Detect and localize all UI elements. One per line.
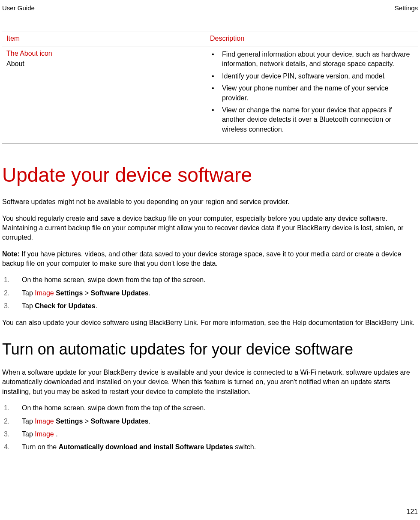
paragraph: Software updates might not be available … [2, 197, 418, 207]
check-for-updates-label: Check for Updates [35, 302, 95, 310]
note-text: If you have pictures, videos, and other … [2, 250, 401, 267]
page-header: User Guide Settings [2, 4, 418, 12]
software-updates-label: Software Updates [91, 418, 149, 425]
header-right: Settings [395, 4, 418, 12]
step-text: . [149, 289, 150, 297]
step-text: Tap [22, 302, 35, 310]
paragraph: You can also update your device software… [2, 318, 418, 328]
paragraph: When a software update for your BlackBer… [2, 368, 418, 397]
cell-description: Find general information about your devi… [210, 50, 414, 137]
image-placeholder-icon: Image [35, 430, 54, 438]
step-text: switch. [233, 443, 256, 451]
step-text: Tap [22, 418, 35, 425]
step-text: Turn on the [22, 443, 59, 451]
heading-update-software: Update your device software [2, 163, 418, 186]
step-item: Tap Image Settings > Software Updates. [2, 417, 418, 426]
about-icon-label: The About icon [6, 50, 210, 57]
page-number: 121 [406, 508, 418, 516]
auto-download-switch-label: Automatically download and install Softw… [59, 443, 233, 451]
column-header-item: Item [6, 35, 210, 42]
software-updates-label: Software Updates [91, 289, 149, 297]
step-item: Tap Image Settings > Software Updates. [2, 289, 418, 298]
step-item: On the home screen, swipe down from the … [2, 275, 418, 285]
column-header-description: Description [210, 35, 414, 42]
step-item: Tap Check for Updates. [2, 301, 418, 311]
step-text: . [149, 418, 150, 425]
header-left: User Guide [2, 4, 35, 12]
step-text: . [54, 430, 58, 438]
step-text: > [83, 289, 90, 297]
paragraph: You should regularly create and save a d… [2, 214, 418, 243]
item-description-table: Item Description The About icon About Fi… [2, 31, 418, 144]
steps-list: On the home screen, swipe down from the … [2, 275, 418, 311]
step-item: On the home screen, swipe down from the … [2, 403, 418, 413]
list-item: View your phone number and the name of y… [210, 84, 414, 103]
table-header-row: Item Description [2, 31, 418, 46]
heading-automatic-updates: Turn on automatic updates for your devic… [2, 340, 418, 358]
image-placeholder-icon: Image [35, 418, 54, 425]
description-list: Find general information about your devi… [210, 50, 414, 134]
steps-list: On the home screen, swipe down from the … [2, 403, 418, 452]
step-item: Turn on the Automatically download and i… [2, 442, 418, 452]
step-text: . [96, 302, 97, 310]
step-text: Tap [22, 430, 35, 438]
step-item: Tap Image . [2, 430, 418, 439]
cell-item: The About icon About [6, 50, 210, 137]
list-item: Find general information about your devi… [210, 50, 414, 69]
image-placeholder-icon: Image [35, 289, 54, 297]
about-text: About [6, 60, 210, 68]
step-text: > [83, 418, 90, 425]
note-label: Note: [2, 250, 20, 258]
settings-label: Settings [56, 418, 83, 425]
settings-label: Settings [56, 289, 83, 297]
step-text: Tap [22, 289, 35, 297]
note-paragraph: Note: If you have pictures, videos, and … [2, 249, 418, 269]
list-item: View or change the name for your device … [210, 105, 414, 134]
table-row: The About icon About Find general inform… [2, 46, 418, 144]
list-item: Identify your device PIN, software versi… [210, 72, 414, 81]
